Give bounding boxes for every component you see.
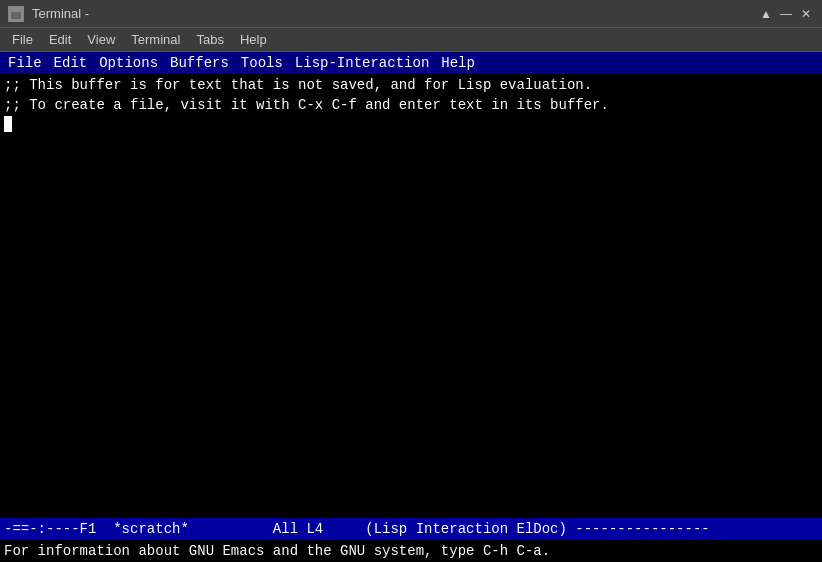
minimize-button[interactable]: ▲ bbox=[758, 6, 774, 22]
echo-text: For information about GNU Emacs and the … bbox=[4, 543, 550, 559]
emacs-menu-buffers[interactable]: Buffers bbox=[164, 54, 235, 72]
window-icon bbox=[8, 6, 24, 22]
emacs-menu-edit[interactable]: Edit bbox=[48, 54, 94, 72]
emacs-menu-file[interactable]: File bbox=[2, 54, 48, 72]
terminal-menu-edit[interactable]: Edit bbox=[41, 30, 79, 49]
terminal-menu-terminal[interactable]: Terminal bbox=[123, 30, 188, 49]
svg-rect-1 bbox=[10, 8, 22, 12]
emacs-echo-area: For information about GNU Emacs and the … bbox=[0, 540, 822, 562]
editor-line-1: ;; This buffer is for text that is not s… bbox=[4, 76, 818, 96]
editor-line-3 bbox=[4, 115, 818, 135]
terminal-menu-view[interactable]: View bbox=[79, 30, 123, 49]
close-button[interactable]: ✕ bbox=[798, 6, 814, 22]
maximize-button[interactable]: — bbox=[778, 6, 794, 22]
terminal-menu-help[interactable]: Help bbox=[232, 30, 275, 49]
title-bar-left: Terminal - bbox=[8, 6, 89, 22]
emacs-menu-lisp-interaction[interactable]: Lisp-Interaction bbox=[289, 54, 435, 72]
terminal-menu-file[interactable]: File bbox=[4, 30, 41, 49]
emacs-modeline: -==-:----F1 *scratch* All L4 (Lisp Inter… bbox=[0, 518, 822, 540]
text-cursor bbox=[4, 116, 12, 132]
title-bar: Terminal - ▲ — ✕ bbox=[0, 0, 822, 28]
emacs-container: File Edit Options Buffers Tools Lisp-Int… bbox=[0, 52, 822, 562]
terminal-menubar: File Edit View Terminal Tabs Help bbox=[0, 28, 822, 52]
emacs-editor[interactable]: ;; This buffer is for text that is not s… bbox=[0, 74, 822, 518]
window-controls: ▲ — ✕ bbox=[758, 6, 814, 22]
emacs-menu-tools[interactable]: Tools bbox=[235, 54, 289, 72]
window-title: Terminal - bbox=[32, 6, 89, 21]
emacs-menu-help[interactable]: Help bbox=[435, 54, 481, 72]
emacs-menu-options[interactable]: Options bbox=[93, 54, 164, 72]
emacs-menubar: File Edit Options Buffers Tools Lisp-Int… bbox=[0, 52, 822, 74]
modeline-text: -==-:----F1 *scratch* All L4 (Lisp Inter… bbox=[4, 521, 710, 537]
terminal-menu-tabs[interactable]: Tabs bbox=[188, 30, 231, 49]
editor-line-2: ;; To create a file, visit it with C-x C… bbox=[4, 96, 818, 116]
